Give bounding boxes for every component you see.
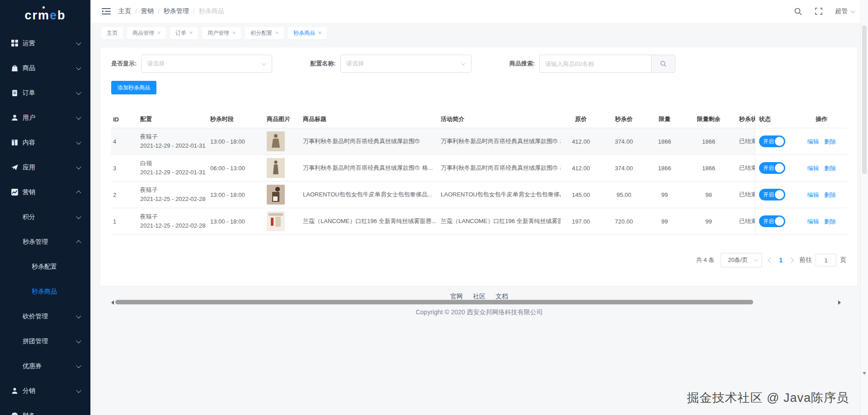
delete-link[interactable]: 删除	[824, 218, 836, 225]
breadcrumb-seckill[interactable]: 秒杀管理	[164, 7, 189, 15]
chevron-up-icon	[76, 190, 81, 195]
fixed-row: 开启 编辑 删除	[755, 155, 846, 182]
close-icon[interactable]: ×	[318, 30, 321, 36]
shopping-bag-icon	[11, 64, 19, 72]
close-icon[interactable]: ×	[157, 30, 160, 36]
vertical-scrollbar-thumb[interactable]	[862, 25, 867, 174]
sidebar-item-label: 积分	[23, 213, 35, 221]
edit-link[interactable]: 编辑	[807, 165, 819, 172]
chevron-down-icon	[461, 61, 465, 65]
sidebar-item-finance[interactable]: ¥ 财务	[0, 403, 90, 415]
prev-page-button[interactable]	[768, 257, 774, 263]
col-header-image: 商品图片	[262, 115, 298, 123]
sidebar-item-goods[interactable]: 商品	[0, 56, 90, 80]
cell-id: 3	[111, 165, 136, 172]
sidebar-item-grouping[interactable]: 拼团管理	[0, 329, 90, 354]
product-search-input[interactable]	[539, 55, 651, 73]
breadcrumb-home[interactable]: 主页	[118, 7, 131, 15]
tab-seckill-goods[interactable]: 秒杀商品 ×	[288, 27, 327, 39]
goto-page-input[interactable]	[816, 254, 836, 266]
horizontal-scrollbar-thumb[interactable]	[115, 300, 753, 304]
scroll-right-arrow-icon[interactable]	[838, 300, 841, 305]
page-size-select[interactable]: 20条/页	[721, 253, 762, 267]
scroll-down-arrow-icon[interactable]	[863, 372, 866, 375]
delete-link[interactable]: 删除	[824, 165, 836, 172]
filter-bar: 是否显示: 请选择 配置名称: 请选择 商品搜索:	[111, 55, 846, 73]
sidebar-item-order[interactable]: 订单	[0, 80, 90, 105]
horizontal-scrollbar[interactable]	[111, 299, 846, 305]
delete-link[interactable]: 删除	[824, 138, 836, 145]
product-thumbnail[interactable]	[267, 185, 285, 205]
user-menu[interactable]: 超管	[835, 7, 854, 15]
sidebar-item-coupon[interactable]: 优惠券	[0, 354, 90, 378]
col-header-seckill-price: 秒杀价	[601, 115, 646, 123]
product-thumbnail[interactable]	[267, 131, 285, 151]
status-toggle[interactable]: 开启	[759, 135, 785, 147]
delete-link[interactable]: 删除	[824, 191, 836, 198]
table-row: 3 白领 2021-12-29 - 2022-01-31 06:00 - 13:…	[111, 155, 846, 182]
page-number[interactable]: 1	[779, 256, 783, 264]
close-icon[interactable]: ×	[189, 30, 193, 36]
cell-config: 夜猫子 2021-12-25 - 2022-02-28	[136, 186, 206, 204]
config-filter-select[interactable]: 请选择	[340, 55, 472, 73]
sidebar-item-bargain[interactable]: 砍价管理	[0, 304, 90, 329]
edit-link[interactable]: 编辑	[807, 138, 819, 145]
sidebar-item-label: 营销	[23, 188, 35, 196]
cell-image	[262, 131, 298, 151]
vertical-scrollbar[interactable]	[860, 0, 868, 415]
edit-link[interactable]: 编辑	[807, 191, 819, 198]
cell-time: 06:00 - 13:00	[206, 165, 262, 172]
search-icon[interactable]	[793, 7, 802, 16]
close-icon[interactable]: ×	[232, 30, 236, 36]
sidebar-item-points[interactable]: 积分	[0, 205, 90, 229]
show-filter-select[interactable]: 请选择	[141, 55, 272, 73]
tab-orders[interactable]: 订单 ×	[170, 27, 198, 39]
scroll-left-arrow-icon[interactable]	[111, 300, 114, 305]
sidebar-item-label: 秒杀配置	[32, 263, 57, 271]
status-toggle[interactable]: 开启	[759, 162, 785, 174]
cell-quota-left: 1866	[683, 165, 735, 172]
page-unit-label: 页	[840, 256, 846, 264]
tab-user-management[interactable]: 用户管理 ×	[202, 27, 241, 39]
copyright-text: Copyright © 2020 西安众邦网络科技有限公司	[90, 308, 868, 317]
sidebar-item-seckill-management[interactable]: 秒杀管理	[0, 229, 90, 254]
breadcrumb-marketing[interactable]: 营销	[141, 7, 154, 15]
status-toggle[interactable]: 开启	[759, 215, 785, 227]
product-thumbnail[interactable]	[267, 211, 285, 231]
sidebar-item-marketing[interactable]: 营销	[0, 180, 90, 205]
sidebar-item-app[interactable]: 应用	[0, 155, 90, 180]
search-button[interactable]	[651, 55, 675, 73]
add-seckill-product-button[interactable]: 添加秒杀商品	[111, 81, 156, 94]
sidebar-item-seckill-config[interactable]: 秒杀配置	[0, 254, 90, 279]
cell-config: 夜猫子 2021-12-25 - 2022-02-28	[136, 212, 206, 230]
sidebar-collapse-icon[interactable]	[101, 7, 111, 15]
breadcrumb-current: 秒杀商品	[199, 7, 224, 15]
cell-time: 13:00 - 18:00	[206, 218, 262, 225]
cell-id: 1	[111, 218, 136, 225]
tab-home[interactable]: 主页	[101, 27, 123, 39]
product-thumbnail[interactable]	[267, 158, 285, 178]
chevron-down-icon	[851, 9, 855, 13]
book-icon	[11, 139, 19, 146]
close-icon[interactable]: ×	[275, 30, 278, 36]
sidebar-item-operation[interactable]: 运营	[0, 31, 90, 56]
sidebar-item-distribution[interactable]: 分销	[0, 378, 90, 403]
cell-intro: 兰蔻（LANCOME）口红196 全新菁纯丝绒雾面唇...	[436, 217, 561, 225]
sidebar-item-label: 财务	[23, 412, 35, 415]
total-count: 共 4 条	[696, 256, 714, 264]
chevron-down-icon	[76, 214, 81, 219]
sidebar-item-label: 砍价管理	[23, 312, 48, 321]
fullscreen-icon[interactable]	[814, 7, 823, 16]
status-toggle[interactable]: 开启	[759, 189, 785, 201]
sidebar-item-seckill-goods[interactable]: 秒杀商品	[0, 279, 90, 304]
watermark-text: 掘金技术社区 @ Java陈序员	[687, 390, 849, 406]
sidebar-item-user[interactable]: 用户	[0, 105, 90, 130]
next-page-button[interactable]	[788, 257, 794, 263]
tab-goods-management[interactable]: 商品管理 ×	[127, 27, 166, 39]
edit-link[interactable]: 编辑	[807, 218, 819, 225]
cell-price: 145.00	[561, 191, 601, 198]
sidebar-item-content[interactable]: 内容	[0, 130, 90, 155]
tab-points-config[interactable]: 积分配置 ×	[245, 27, 284, 39]
chevron-down-icon	[76, 387, 81, 392]
cell-config: 白领 2021-12-29 - 2022-01-31	[136, 159, 206, 177]
